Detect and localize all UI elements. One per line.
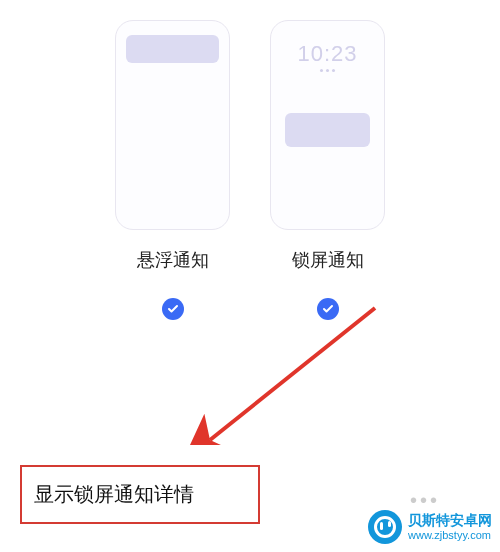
check-icon (317, 298, 339, 320)
setting-label: 显示锁屏通知详情 (34, 483, 194, 505)
floating-preview (115, 20, 230, 230)
svg-line-0 (210, 308, 375, 440)
toggle-icon[interactable]: ••• (410, 489, 440, 512)
check-icon (162, 298, 184, 320)
setting-show-lockscreen-details[interactable]: 显示锁屏通知详情 (20, 465, 260, 524)
brand-logo-icon (368, 510, 402, 544)
lock-time: 10:23 (271, 41, 384, 67)
annotation-arrow-icon (190, 300, 390, 455)
lock-dots-icon (271, 69, 384, 72)
option-lockscreen-label: 锁屏通知 (292, 248, 364, 272)
watermark-title: 贝斯特安卓网 (408, 513, 492, 528)
notification-style-options: 悬浮通知 10:23 锁屏通知 (0, 0, 500, 320)
lockscreen-preview: 10:23 (270, 20, 385, 230)
banner-icon (126, 35, 219, 63)
option-floating-label: 悬浮通知 (137, 248, 209, 272)
option-lockscreen[interactable]: 10:23 锁屏通知 (270, 20, 385, 320)
lock-banner-icon (285, 113, 370, 147)
watermark-url: www.zjbstyy.com (408, 529, 492, 541)
watermark: 贝斯特安卓网 www.zjbstyy.com (368, 510, 492, 544)
option-floating[interactable]: 悬浮通知 (115, 20, 230, 320)
